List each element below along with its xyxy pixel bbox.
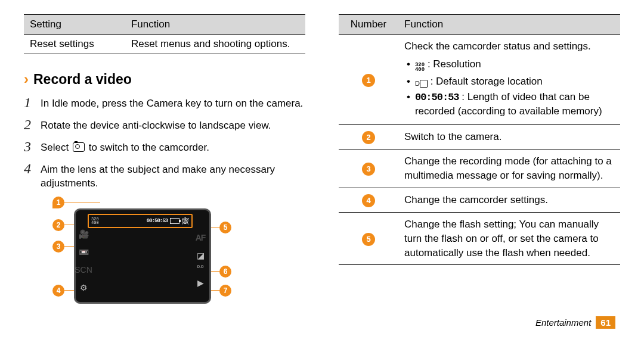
number-badge: 2 bbox=[362, 131, 375, 144]
flash-off-icon: 🕸 bbox=[179, 217, 189, 225]
fn-desc: Change the camcorder settings. bbox=[398, 188, 620, 212]
exposure-icon: ◪0.0 bbox=[197, 251, 205, 270]
fn-desc: Change the recording mode (for attaching… bbox=[398, 149, 620, 188]
callout-badge: 5 bbox=[219, 222, 231, 233]
steps-list: 1 In Idle mode, press the Camera key to … bbox=[24, 95, 305, 191]
callout-badge: 7 bbox=[219, 285, 231, 297]
step-number: 2 bbox=[24, 117, 41, 133]
settings-row-function: Reset menus and shooting options. bbox=[125, 35, 305, 54]
step-text: Aim the lens at the subject and make any… bbox=[41, 161, 305, 191]
step-number: 1 bbox=[24, 95, 41, 111]
scene-icon: SCN bbox=[75, 265, 92, 275]
callout-badge: 6 bbox=[219, 266, 231, 278]
fn-head-number: Number bbox=[339, 15, 398, 35]
camera-icon bbox=[73, 142, 85, 152]
chevron-icon: › bbox=[24, 71, 29, 88]
fn-head-function: Function bbox=[398, 15, 620, 35]
function-table: Number Function 1 Check the camcorder st… bbox=[339, 14, 620, 265]
footer-page-number: 61 bbox=[596, 316, 615, 329]
step-text: In Idle mode, press the Camera key to tu… bbox=[41, 95, 303, 111]
time-icon: 00:50:53 bbox=[415, 92, 459, 103]
play-icon: ▶ bbox=[197, 278, 204, 288]
section-title: Record a video bbox=[33, 71, 132, 88]
resolution-icon: 320 400 bbox=[415, 63, 425, 72]
record-time: 00:50:53 bbox=[147, 218, 170, 224]
camcorder-screen: 320400 00:50:53 🕸 🎥 📼 SCN ⚙ AF ◪0.0 ▶ bbox=[74, 208, 211, 304]
settings-gear-icon: ⚙ bbox=[80, 283, 88, 292]
section-heading: › Record a video bbox=[24, 71, 305, 88]
settings-head-setting: Setting bbox=[24, 15, 125, 35]
af-label: AF bbox=[196, 233, 206, 242]
callout-badge: 4 bbox=[52, 285, 64, 297]
number-badge: 1 bbox=[362, 74, 375, 87]
fn-desc: Change the flash setting; You can manual… bbox=[398, 212, 620, 264]
step-number: 3 bbox=[24, 139, 41, 155]
resolution-icon: 320400 bbox=[91, 217, 99, 225]
settings-row-setting: Reset settings bbox=[24, 35, 125, 54]
fn-bullets: 320 400 : Resolution D : Default storage… bbox=[405, 57, 614, 119]
settings-head-function: Function bbox=[125, 15, 305, 35]
fn-desc: Check the camcorder status and settings.… bbox=[398, 35, 620, 125]
callout-badge: 3 bbox=[52, 241, 64, 253]
camcorder-mode-icon: 🎥 bbox=[79, 229, 89, 239]
page-footer: Entertainment 61 bbox=[535, 316, 615, 329]
battery-icon bbox=[170, 218, 179, 224]
camcorder-figure: 1 2 3 4 5 6 7 320400 00:50:53 🕸 🎥 � bbox=[32, 197, 241, 310]
step-number: 4 bbox=[24, 161, 41, 177]
storage-icon: D bbox=[415, 79, 428, 88]
number-badge: 3 bbox=[362, 163, 375, 176]
callout-badge: 1 bbox=[52, 197, 64, 208]
recording-mode-icon: 📼 bbox=[79, 247, 89, 257]
number-badge: 4 bbox=[362, 194, 375, 207]
step-text: Rotate the device anti-clockwise to land… bbox=[41, 117, 271, 133]
step-text: Select to switch to the camcorder. bbox=[41, 139, 209, 155]
fn-desc: Switch to the camera. bbox=[398, 125, 620, 149]
number-badge: 5 bbox=[362, 233, 375, 246]
footer-section: Entertainment bbox=[535, 317, 591, 328]
status-strip: 320400 00:50:53 🕸 bbox=[88, 214, 193, 228]
callout-badge: 2 bbox=[52, 219, 64, 231]
settings-table: Setting Function Reset settings Reset me… bbox=[24, 14, 305, 54]
